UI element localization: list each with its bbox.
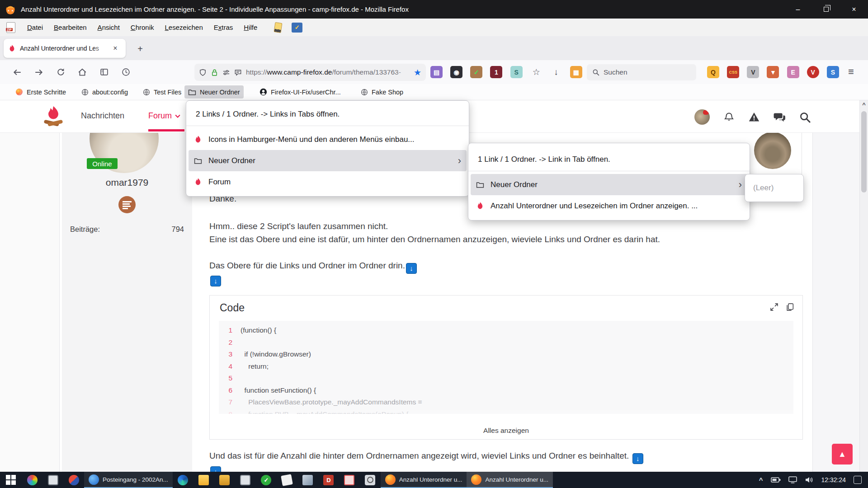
taskbar-icon-color-wheel-app[interactable] (22, 472, 42, 488)
taskbar-task-firefox[interactable]: Anzahl Unterordner u... (381, 472, 467, 488)
menubar-item-extras[interactable]: Extras (208, 22, 239, 33)
menubar-item-bearbeiten[interactable]: Bearbeiten (48, 22, 92, 33)
taskbar-task-firefox[interactable]: Anzahl Unterordner u... (467, 472, 553, 488)
menubar-item-chronik[interactable]: Chronik (125, 22, 160, 33)
menu-item-anzahl-unterordner-und-lesezei[interactable]: Anzahl Unterordner und Lesezeichen im Or… (471, 195, 747, 216)
css-tool-extension-icon[interactable]: CSS (727, 66, 739, 78)
forward-button[interactable] (32, 65, 46, 80)
photo-editor-extension-icon[interactable]: E (787, 66, 799, 78)
zip-document-icon[interactable] (6, 22, 15, 33)
tab-close-icon[interactable]: × (110, 43, 120, 53)
author-username[interactable]: omar1979 (62, 177, 192, 188)
messages-chat-icon[interactable] (774, 112, 786, 123)
menubar-item-hilfe[interactable]: Hilfe (238, 22, 263, 33)
sync-tool-extension-icon[interactable]: S (827, 66, 839, 78)
menu-item-icons-in-hamburger-menü-und-de[interactable]: Icons in Hamburger-Menü und den anderen … (189, 129, 467, 150)
tab-title: Anzahl Unterordner und Les (20, 45, 108, 52)
back-button[interactable] (10, 65, 24, 80)
cookie-autodelete-extension-icon[interactable]: ✓ (470, 66, 482, 78)
menu-item-forum[interactable]: Forum (189, 171, 467, 192)
comment-icon[interactable] (234, 69, 242, 76)
downloads-extension-icon[interactable]: ↓ (550, 66, 562, 78)
lock-icon[interactable] (211, 69, 218, 76)
site-search-icon[interactable] (799, 112, 811, 123)
taskbar-icon-phone-link[interactable] (235, 472, 256, 488)
hamburger-menu-icon[interactable]: ≡ (848, 66, 854, 78)
bookmark-about-config[interactable]: about:config (78, 85, 132, 99)
active-tab[interactable]: Anzahl Unterordner und Les × (4, 39, 126, 58)
tracking-shield-icon[interactable] (199, 69, 207, 76)
stylus-extension-icon[interactable]: S (510, 66, 523, 78)
bookmark-test-files[interactable]: Test Files (139, 85, 185, 99)
taskbar-icon-notes-app[interactable] (297, 472, 318, 488)
bookmark-star-extension-icon[interactable]: ☆ (530, 66, 542, 78)
taskbar-icon-edge-browser[interactable] (173, 472, 193, 488)
close-button[interactable]: × (840, 0, 868, 19)
taskbar-icon-monitor-chart-app[interactable] (42, 472, 63, 488)
highlighter-extension-icon[interactable]: Q (707, 66, 719, 78)
menu-item-neuer-ordner[interactable]: Neuer Ordner› (189, 150, 467, 171)
v-box-extension-icon[interactable]: V (747, 66, 759, 78)
url-bar[interactable]: https://www.camp-firefox.de/forum/thema/… (194, 64, 426, 81)
warning-icon[interactable] (748, 111, 760, 123)
scrollbar-up-arrow[interactable]: ^ (860, 101, 868, 108)
taskbar-icon-d-launcher[interactable]: D (318, 472, 339, 488)
taskbar-task-thunderbird[interactable]: Posteingang - 2002An... (84, 472, 173, 488)
taskbar-icon-file-explorer[interactable] (193, 472, 214, 488)
minimize-button[interactable]: – (784, 0, 812, 19)
home-button[interactable] (75, 65, 90, 80)
bookmark-erste-schritte[interactable]: Erste Schritte (12, 85, 70, 99)
speaker-icon[interactable] (805, 476, 814, 483)
start-button[interactable] (0, 472, 22, 488)
calendar-grid-extension-icon[interactable]: ▦ (570, 66, 582, 78)
blocker-badge-1-extension-icon[interactable]: 1 (490, 66, 502, 78)
taskbar-icon-screenshot-app[interactable] (360, 472, 381, 488)
scroll-to-top-button[interactable]: ▲ (832, 444, 853, 465)
tray-expand-icon[interactable]: ^ (759, 476, 763, 484)
show-all-link[interactable]: Alles anzeigen (210, 427, 802, 435)
menubar-item-datei[interactable]: Datei (22, 22, 48, 33)
menu-item-neuer-ordner[interactable]: Neuer Ordner› (471, 174, 747, 195)
user-avatar[interactable] (694, 109, 710, 125)
new-tab-button[interactable]: + (134, 42, 146, 55)
battery-icon[interactable] (771, 477, 781, 483)
menubar-item-lesezeichen[interactable]: Lesezeichen (160, 22, 208, 33)
maximize-button[interactable] (812, 0, 840, 19)
expand-code-icon[interactable] (770, 303, 778, 311)
bookmark-firefox-ui-fix-userchr-[interactable]: Firefox-UI-Fix/userChr... (256, 85, 344, 99)
clock-time[interactable]: 12:32:24 (821, 476, 846, 483)
scroll-tool-extension-icon[interactable]: ▼ (767, 66, 779, 78)
video-helper-extension-icon[interactable]: V (807, 66, 819, 78)
taskbar-icon-snip-tool-app[interactable] (63, 472, 84, 488)
notifications-bell-icon[interactable] (723, 112, 735, 123)
taskbar-icon-keepass[interactable] (214, 472, 235, 488)
session-manager-extension-icon[interactable]: ▤ (430, 66, 443, 78)
sidebar-button[interactable] (97, 65, 111, 80)
folder-summary[interactable]: 2 Links / 1 Ordner. -> Links in Tabs öff… (186, 104, 469, 126)
history-clock-button[interactable] (118, 65, 133, 80)
notification-center-icon[interactable] (854, 476, 862, 484)
bookmark-fake-shop[interactable]: Fake Shop (357, 85, 407, 99)
copy-code-icon[interactable] (786, 303, 794, 311)
permissions-icon[interactable] (222, 69, 230, 76)
w3c-validator-icon[interactable]: ✓ (292, 23, 302, 33)
subfolder-summary[interactable]: 1 Link / 1 Ordner. -> Link in Tab öffnen… (468, 147, 750, 171)
reload-button[interactable] (53, 65, 68, 80)
taskbar-icon-remote-desktop[interactable] (339, 472, 360, 488)
campfire-logo[interactable] (42, 106, 64, 128)
menubar-item-ansicht[interactable]: Ansicht (92, 22, 125, 33)
display-icon[interactable] (788, 476, 797, 483)
nav-messages[interactable]: Nachrichten (81, 111, 124, 121)
taskbar-icon-antivirus-check[interactable]: ✓ (256, 472, 277, 488)
taskbar-icon-white-card-app[interactable] (277, 472, 297, 488)
pencil-icon[interactable] (274, 22, 283, 33)
scrollbar-thumb[interactable] (861, 111, 867, 192)
nav-forum[interactable]: Forum (148, 111, 180, 121)
bookmark-neuer-ordner[interactable]: Neuer Ordner (184, 85, 244, 99)
bookmark-star-icon[interactable]: ★ (414, 67, 421, 78)
search-box[interactable]: Suchen (587, 64, 696, 80)
second-author-avatar[interactable] (754, 132, 791, 169)
scrollbar[interactable]: ^ (859, 100, 868, 472)
privacy-rings-extension-icon[interactable]: ◉ (450, 66, 462, 78)
url-text[interactable]: https://www.camp-firefox.de/forum/thema/… (246, 68, 410, 76)
